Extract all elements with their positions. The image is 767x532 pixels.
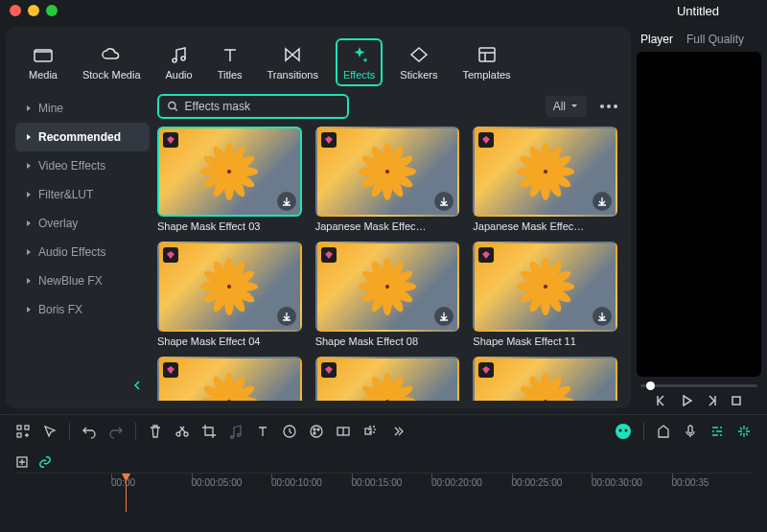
svg-point-2	[181, 57, 185, 60]
download-button[interactable]	[277, 307, 296, 326]
library-tabs: Media Stock Media Audio Titles Transitio…	[15, 35, 621, 94]
preview-scrubber[interactable]	[640, 384, 757, 387]
effect-thumbnail	[157, 357, 302, 401]
music-icon	[169, 44, 190, 65]
sidebar-item-boris-fx[interactable]: Boris FX	[15, 295, 150, 324]
ai-assistant-icon[interactable]	[615, 423, 632, 440]
svg-point-166	[184, 432, 188, 436]
premium-badge-icon	[163, 247, 178, 263]
tab-templates[interactable]: Templates	[454, 38, 518, 86]
effect-thumbnail	[315, 127, 460, 217]
effect-card[interactable]: Shape Mask Effect 04	[157, 242, 302, 347]
keyframe-icon[interactable]	[336, 424, 351, 439]
apps-icon[interactable]	[15, 424, 31, 439]
maximize-window-button[interactable]	[46, 5, 58, 16]
timeline: 00:0000:00:05:0000:00:10:0000:00:15:0000…	[0, 448, 767, 501]
prev-frame-button[interactable]	[654, 393, 669, 408]
effect-card[interactable]: Shape Mask Effect 10	[157, 357, 302, 401]
close-window-button[interactable]	[10, 5, 21, 16]
text-edit-icon[interactable]	[255, 424, 270, 439]
minimize-window-button[interactable]	[28, 5, 39, 16]
crop-icon[interactable]	[201, 424, 217, 439]
tab-stock-media[interactable]: Stock Media	[75, 38, 149, 86]
download-button[interactable]	[277, 192, 296, 211]
filter-dropdown[interactable]: All	[546, 96, 587, 117]
tab-media[interactable]: Media	[21, 38, 65, 86]
effect-card[interactable]: Japanese Mask Effec…	[473, 127, 617, 232]
tab-stickers[interactable]: Stickers	[392, 38, 445, 86]
preview-panel: Player Full Quality	[637, 27, 761, 408]
speed-icon[interactable]	[282, 424, 297, 439]
effect-thumbnail	[157, 127, 302, 217]
tab-transitions[interactable]: Transitions	[260, 38, 326, 86]
sidebar-item-mine[interactable]: Mine	[15, 94, 150, 123]
effect-card[interactable]: Shape Mask Effect 02	[315, 357, 460, 401]
more-options-button[interactable]	[596, 101, 621, 112]
search-input[interactable]	[185, 100, 339, 113]
effect-name: Japanese Mask Effec…	[315, 220, 460, 232]
effect-name: Japanese Mask Effec…	[473, 220, 617, 232]
stop-button[interactable]	[729, 393, 744, 408]
redo-icon[interactable]	[108, 424, 124, 439]
sticker-icon	[408, 44, 430, 65]
sidebar-item-video-effects[interactable]: Video Effects	[15, 151, 150, 180]
effect-thumbnail	[315, 242, 460, 332]
next-frame-button[interactable]	[704, 393, 719, 408]
sidebar-item-newblue-fx[interactable]: NewBlue FX	[15, 266, 150, 295]
ruler-mark: 00:00:20:00	[431, 477, 512, 488]
collapse-sidebar-button[interactable]	[125, 373, 150, 401]
svg-point-170	[311, 426, 322, 437]
effect-card[interactable]: Japanese Mask Effec…	[315, 127, 460, 232]
download-button[interactable]	[434, 307, 453, 326]
timeline-ruler[interactable]: 00:0000:00:05:0000:00:10:0000:00:15:0000…	[15, 473, 752, 494]
delete-icon[interactable]	[148, 424, 163, 439]
marker-icon[interactable]	[656, 424, 671, 439]
premium-badge-icon	[163, 362, 178, 378]
sidebar-item-overlay[interactable]: Overlay	[15, 209, 150, 238]
svg-rect-164	[17, 433, 21, 437]
download-button[interactable]	[593, 192, 612, 211]
tab-titles[interactable]: Titles	[210, 38, 250, 86]
undo-icon[interactable]	[81, 424, 97, 439]
color-icon[interactable]	[309, 424, 324, 439]
tab-audio[interactable]: Audio	[158, 38, 200, 86]
titlebar: Untitled	[0, 0, 767, 21]
effect-thumbnail	[473, 127, 617, 217]
sidebar-item-recommended[interactable]: Recommended	[15, 123, 150, 151]
effect-thumbnail	[315, 357, 460, 401]
select-icon[interactable]	[42, 424, 58, 439]
effects-search-box[interactable]	[157, 94, 349, 119]
mixer-icon[interactable]	[709, 424, 725, 439]
project-title: Untitled	[677, 4, 719, 18]
effect-name: Shape Mask Effect 11	[473, 335, 617, 347]
play-button[interactable]	[679, 393, 694, 408]
tab-full-quality[interactable]: Full Quality	[686, 33, 744, 46]
add-track-icon[interactable]	[15, 455, 29, 469]
split-icon[interactable]	[174, 424, 190, 439]
effect-name: Shape Mask Effect 03	[157, 220, 302, 232]
voiceover-icon[interactable]	[683, 424, 698, 439]
link-icon[interactable]	[38, 455, 52, 469]
ruler-mark: 00:00:05:00	[192, 477, 272, 488]
effect-card[interactable]: Shape Mask Effect 11	[473, 242, 617, 347]
expand-icon[interactable]	[389, 424, 405, 439]
tab-effects[interactable]: Effects	[336, 38, 383, 86]
ruler-mark: 00:00:25:00	[512, 477, 593, 488]
tab-player[interactable]: Player	[640, 33, 673, 46]
effect-card[interactable]: Shape Mask Effect 07	[473, 357, 617, 401]
svg-point-1	[173, 58, 176, 62]
effect-thumbnail	[473, 357, 617, 401]
premium-badge-icon	[478, 132, 494, 148]
sidebar-item-audio-effects[interactable]: Audio Effects	[15, 238, 150, 266]
effect-card[interactable]: Shape Mask Effect 03	[157, 127, 302, 232]
audio-edit-icon[interactable]	[228, 424, 244, 439]
svg-rect-3	[479, 48, 495, 61]
ruler-mark: 00:00:10:00	[271, 477, 352, 488]
effect-card[interactable]: Shape Mask Effect 08	[315, 242, 460, 347]
download-button[interactable]	[593, 307, 612, 326]
download-button[interactable]	[434, 192, 453, 211]
sidebar-item-filter-lut[interactable]: Filter&LUT	[15, 180, 150, 209]
motion-icon[interactable]	[362, 424, 378, 439]
svg-rect-175	[365, 428, 371, 434]
render-icon[interactable]	[736, 424, 752, 439]
